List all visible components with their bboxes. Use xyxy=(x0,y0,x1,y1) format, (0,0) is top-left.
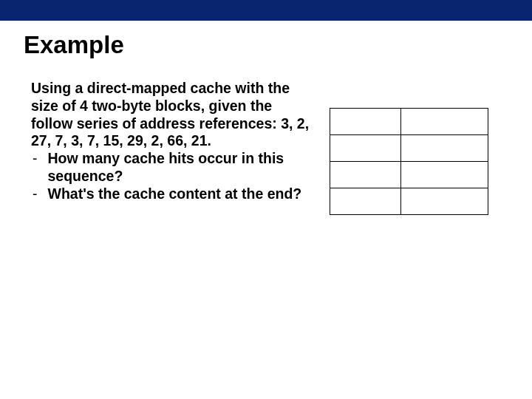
cache-cell xyxy=(330,135,401,162)
text-column: Using a direct-mapped cache with the siz… xyxy=(31,80,312,202)
bullet-text: What's the cache content at the end? xyxy=(48,185,313,203)
bullet-marker: - xyxy=(31,150,38,185)
header-bar xyxy=(0,0,532,21)
table-column xyxy=(330,80,488,215)
table-row xyxy=(330,188,488,215)
cache-cell xyxy=(330,188,401,215)
cache-cell xyxy=(330,162,401,188)
table-row xyxy=(330,109,488,135)
list-item: - How many cache hits occur in this sequ… xyxy=(31,150,312,185)
bullet-text: How many cache hits occur in this sequen… xyxy=(48,150,313,185)
list-item: - What's the cache content at the end? xyxy=(31,185,312,203)
cache-cell xyxy=(401,135,488,162)
cache-cell xyxy=(401,162,488,188)
bullet-list: - How many cache hits occur in this sequ… xyxy=(31,150,312,202)
table-row xyxy=(330,135,488,162)
intro-paragraph: Using a direct-mapped cache with the siz… xyxy=(31,80,312,150)
content-area: Using a direct-mapped cache with the siz… xyxy=(0,59,532,215)
bullet-marker: - xyxy=(31,185,38,203)
cache-cell xyxy=(401,109,488,135)
cache-cell xyxy=(401,188,488,215)
cache-table xyxy=(330,108,488,215)
slide-title: Example xyxy=(0,21,532,59)
table-row xyxy=(330,162,488,188)
cache-cell xyxy=(330,109,401,135)
